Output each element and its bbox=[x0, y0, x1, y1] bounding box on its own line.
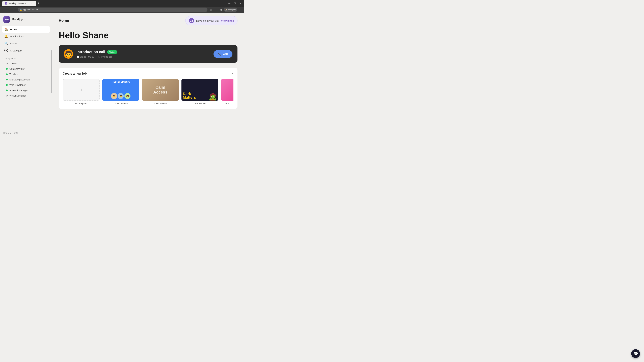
minimize-button[interactable]: ─ bbox=[228, 1, 232, 5]
dark-figure-icon: 🧟 bbox=[209, 93, 217, 101]
visual-designer-dot-icon bbox=[6, 95, 8, 96]
window-controls: ─ □ ✕ bbox=[228, 1, 242, 5]
main-content: Home 14 Days left in your trial View pla… bbox=[52, 13, 244, 137]
incognito-label: Incognito bbox=[228, 9, 236, 11]
create-job-section: Create a new job × + No template bbox=[59, 68, 238, 109]
sidebar-nav: 🏠 Home 🔔 Notifications 🔍 Search + Create… bbox=[0, 24, 52, 55]
sidebar-jobs-list: Trainer Content Writer Teacher Marketing… bbox=[0, 61, 52, 129]
url-text: app.homerun.co bbox=[23, 8, 38, 11]
plus-icon: + bbox=[80, 87, 83, 93]
download-button[interactable]: ⬇ bbox=[214, 7, 218, 12]
calm-access-card-art: CalmAccess bbox=[142, 79, 179, 101]
template-dark-label: Dark Matters bbox=[182, 102, 218, 105]
avatar: MM bbox=[3, 16, 10, 23]
teacher-label: Teacher bbox=[10, 73, 18, 76]
trial-badge: 14 Days left in your trial View plans bbox=[185, 16, 238, 25]
template-rac[interactable]: Rac… bbox=[221, 79, 234, 105]
template-calm-access[interactable]: CalmAccess Calm Access bbox=[142, 79, 179, 105]
account-manager-dot-icon bbox=[6, 89, 8, 91]
back-button[interactable]: ← bbox=[2, 7, 6, 12]
call-button-icon: 📞 bbox=[218, 52, 222, 56]
bookmark-button[interactable]: ☆ bbox=[209, 7, 213, 12]
face-1: 👩 bbox=[111, 93, 117, 99]
sidebar-item-home[interactable]: 🏠 Home bbox=[2, 26, 50, 33]
sidebar-item-teacher[interactable]: Teacher bbox=[2, 71, 50, 77]
main-header: Home 14 Days left in your trial View pla… bbox=[52, 13, 244, 28]
template-dark-matters[interactable]: DarkMatters 🧟 Dark Matters bbox=[182, 79, 218, 105]
split-screen-button[interactable]: ⧉ bbox=[219, 7, 223, 12]
template-blank[interactable]: + No template bbox=[63, 79, 100, 105]
your-jobs-chevron-icon: ▾ bbox=[14, 57, 16, 60]
sidebar-item-web-developer[interactable]: Web Developer bbox=[2, 82, 50, 88]
today-badge: Today bbox=[107, 50, 118, 54]
content-writer-dot-icon bbox=[6, 68, 8, 70]
call-button-label: Call bbox=[223, 52, 228, 55]
address-bar: ← → ↻ 🔒 app.homerun.co ☆ ⬇ ⧉ 🕵 Incognito… bbox=[0, 7, 244, 13]
sidebar-item-create-job-label: Create job bbox=[10, 49, 22, 52]
template-calm-thumb: CalmAccess bbox=[142, 79, 179, 101]
template-digital-identity[interactable]: Digital Identity 👩 👨 👩 Digital Identity bbox=[102, 79, 139, 105]
company-name: Moodjoy bbox=[12, 18, 23, 21]
close-create-job-button[interactable]: × bbox=[232, 72, 234, 76]
homerun-logo: HOMERUN bbox=[0, 129, 52, 137]
company-dropdown-icon[interactable]: ▾ bbox=[24, 18, 26, 21]
tab-bar: M Moodjoy · Homerun ✕ + bbox=[2, 1, 226, 6]
active-tab[interactable]: M Moodjoy · Homerun ✕ bbox=[2, 1, 36, 6]
trial-text: Days left in your trial bbox=[196, 19, 219, 22]
create-job-title: Create a new job bbox=[63, 72, 87, 75]
sidebar-item-notifications[interactable]: 🔔 Notifications bbox=[2, 33, 50, 40]
url-bar[interactable]: 🔒 app.homerun.co bbox=[18, 7, 208, 12]
content-writer-label: Content Writer bbox=[10, 67, 24, 70]
menu-button[interactable]: ⋮ bbox=[238, 7, 242, 12]
intro-call-title: Introduction call bbox=[76, 50, 105, 54]
sidebar-item-content-writer[interactable]: Content Writer bbox=[2, 66, 50, 71]
sidebar: MM Moodjoy ▾ 🏠 Home 🔔 Notifications 🔍 Se… bbox=[0, 13, 52, 137]
template-calm-label: Calm Access bbox=[142, 102, 179, 105]
tab-favicon: M bbox=[5, 2, 8, 4]
template-blank-thumb: + bbox=[63, 79, 100, 101]
sidebar-item-marketing-associate[interactable]: Marketing Associate bbox=[2, 77, 50, 82]
intro-call-details: 🕐 23:45 - 00:00 📞 Phone call bbox=[76, 55, 210, 58]
sidebar-item-trainer[interactable]: Trainer bbox=[2, 61, 50, 66]
view-plans-button[interactable]: View plans bbox=[221, 19, 234, 22]
notifications-icon: 🔔 bbox=[4, 34, 8, 38]
secure-icon: 🔒 bbox=[20, 9, 22, 11]
intro-time: 🕐 23:45 - 00:00 bbox=[76, 55, 94, 58]
template-digital-label: Digital Identity bbox=[102, 102, 139, 105]
search-icon: 🔍 bbox=[4, 41, 8, 45]
intro-call-info: Introduction call Today 🕐 23:45 - 00:00 … bbox=[76, 50, 210, 58]
sidebar-item-account-manager[interactable]: Account Manager bbox=[2, 88, 50, 93]
template-blank-label: No template bbox=[63, 102, 100, 105]
call-button[interactable]: 📞 Call bbox=[214, 50, 232, 58]
create-job-icon: + bbox=[4, 49, 8, 52]
intro-call-type-text: Phone call bbox=[102, 55, 112, 58]
intro-avatar: 🧑 bbox=[64, 49, 73, 59]
app-layout: MM Moodjoy ▾ 🏠 Home 🔔 Notifications 🔍 Se… bbox=[0, 13, 244, 137]
marketing-associate-label: Marketing Associate bbox=[10, 78, 30, 81]
sidebar-item-home-label: Home bbox=[10, 28, 17, 31]
incognito-icon: 🕵 bbox=[225, 9, 228, 11]
sidebar-item-visual-designer[interactable]: Visual Designer bbox=[2, 93, 50, 98]
intro-title-row: Introduction call Today bbox=[76, 50, 210, 54]
sidebar-scroll-thumb[interactable] bbox=[51, 50, 52, 93]
visual-designer-label: Visual Designer bbox=[10, 94, 26, 97]
web-developer-label: Web Developer bbox=[10, 84, 26, 86]
new-tab-button[interactable]: + bbox=[36, 2, 41, 5]
greeting-text: Hello Shane bbox=[59, 30, 238, 40]
teacher-dot-icon bbox=[6, 73, 8, 75]
digital-identity-card-art: Digital Identity 👩 👨 👩 bbox=[102, 79, 139, 101]
sidebar-item-create-job[interactable]: + Create job bbox=[2, 47, 50, 54]
trainer-label: Trainer bbox=[10, 62, 17, 65]
close-window-button[interactable]: ✕ bbox=[238, 1, 242, 5]
sidebar-header: MM Moodjoy ▾ bbox=[0, 13, 52, 24]
sidebar-item-search[interactable]: 🔍 Search bbox=[2, 40, 50, 47]
tab-close-button[interactable]: ✕ bbox=[30, 2, 33, 5]
face-2: 👨 bbox=[118, 93, 124, 99]
your-jobs-header[interactable]: Your jobs ▾ bbox=[0, 55, 52, 61]
maximize-button[interactable]: □ bbox=[233, 1, 237, 5]
forward-button[interactable]: → bbox=[7, 7, 12, 12]
template-digital-thumb: Digital Identity 👩 👨 👩 bbox=[102, 79, 139, 101]
nav-buttons: ← → ↻ bbox=[2, 7, 16, 12]
reload-button[interactable]: ↻ bbox=[12, 7, 16, 12]
template-rac-label: Rac… bbox=[221, 102, 234, 105]
